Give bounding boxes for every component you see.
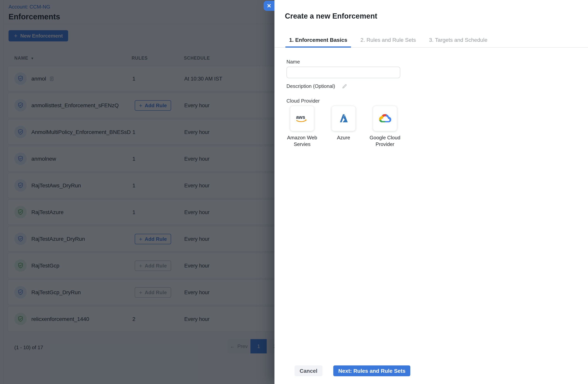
- gcp-logo-icon[interactable]: [373, 106, 397, 131]
- drawer-title: Create a new Enforcement: [285, 12, 377, 21]
- provider-label: Azure: [320, 134, 367, 141]
- tab-2[interactable]: 2. Rules and Rule Sets: [357, 33, 420, 47]
- next-rules-button[interactable]: Next: Rules and Rule Sets: [333, 365, 411, 376]
- provider-option-aws[interactable]: awsAmazon Web Servies: [290, 106, 314, 131]
- cancel-button[interactable]: Cancel: [294, 365, 322, 376]
- drawer-close-button[interactable]: ✕: [264, 1, 274, 11]
- drawer-footer: Cancel Next: Rules and Rule Sets: [294, 365, 411, 376]
- create-enforcement-drawer: Create a new Enforcement 1. Enforcement …: [274, 0, 588, 384]
- description-label: Description (Optional): [286, 83, 335, 89]
- provider-option-gcp[interactable]: Google Cloud Provider: [373, 106, 397, 131]
- provider-label: Google Cloud Provider: [362, 134, 408, 148]
- tab-3[interactable]: 3. Targets and Schedule: [425, 33, 491, 47]
- close-icon: ✕: [267, 3, 271, 9]
- drawer-tabs: 1. Enforcement Basics2. Rules and Rule S…: [274, 33, 588, 48]
- name-input[interactable]: [286, 66, 400, 78]
- edit-pencil-icon[interactable]: [342, 84, 347, 89]
- svg-text:aws: aws: [296, 114, 305, 120]
- provider-label: Amazon Web Servies: [279, 134, 325, 148]
- cloud-provider-label: Cloud Provider: [286, 98, 320, 104]
- aws-logo-icon[interactable]: aws: [290, 106, 314, 131]
- tab-1[interactable]: 1. Enforcement Basics: [285, 33, 351, 47]
- cloud-provider-options: awsAmazon Web ServiesAzureGoogle Cloud P…: [290, 106, 397, 131]
- name-label: Name: [286, 59, 300, 65]
- azure-logo-icon[interactable]: [331, 106, 356, 131]
- provider-option-azure[interactable]: Azure: [331, 106, 356, 131]
